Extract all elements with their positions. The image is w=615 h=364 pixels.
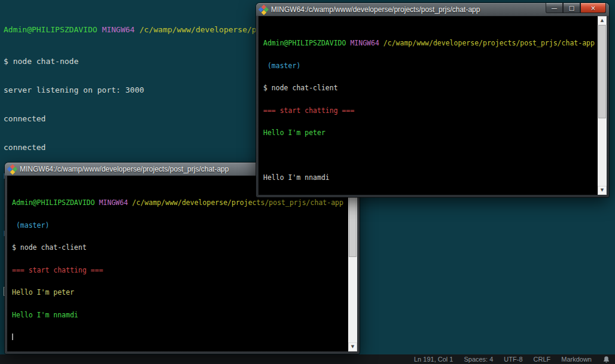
window-titlebar[interactable]: MINGW64:/c/wamp/www/developerse/projects… [258, 3, 607, 16]
mingw-app-icon [8, 165, 17, 174]
scrollbar[interactable]: ▲ ▼ [598, 16, 607, 195]
scrollbar[interactable]: ▲ ▼ [348, 176, 357, 351]
cursor-line [12, 334, 345, 341]
scrollbar-track[interactable] [598, 25, 607, 186]
chat-banner: === start chatting === [12, 267, 345, 274]
prompt-user: Admin@PHILIPSZDAVIDO [4, 25, 98, 34]
message-nnamdi: Hello I'm nnamdi [263, 174, 595, 182]
scroll-down-icon[interactable]: ▼ [598, 186, 607, 195]
mingw-app-icon [259, 5, 268, 14]
prompt-user: Admin@PHILIPSZDAVIDO [263, 39, 346, 47]
window-controls: — □ × [546, 3, 606, 13]
client-command: $ node chat-client [263, 84, 595, 92]
status-indentation[interactable]: Spaces: 4 [464, 356, 493, 363]
chat-client-window-nnamdi[interactable]: MINGW64:/c/wamp/www/developerse/projects… [256, 3, 609, 197]
close-button[interactable]: × [580, 3, 606, 13]
notifications-bell-icon[interactable] [602, 356, 610, 363]
server-connected-line: connected [4, 114, 261, 124]
prompt-host: MINGW64 [350, 39, 379, 47]
status-bar: Ln 191, Col 1 Spaces: 4 UTF-8 CRLF Markd… [0, 354, 615, 364]
scroll-up-icon[interactable]: ▲ [598, 16, 607, 25]
server-prompt-line: Admin@PHILIPSZDAVIDO MINGW64 /c/wamp/www… [4, 25, 261, 35]
message-peter: Hello I'm peter [12, 289, 345, 296]
server-command: $ node chat-node [4, 57, 261, 66]
git-branch-line: (master) [263, 62, 595, 70]
prompt-line: Admin@PHILIPSZDAVIDO MINGW64 /c/wamp/www… [263, 39, 595, 47]
prompt-host: MINGW64 [99, 198, 127, 207]
status-line-col[interactable]: Ln 191, Col 1 [414, 356, 453, 363]
minimize-button[interactable]: — [546, 3, 563, 13]
message-peter: Hello I'm peter [263, 129, 595, 137]
terminal-content[interactable]: Admin@PHILIPSZDAVIDO MINGW64 /c/wamp/www… [7, 176, 357, 351]
prompt-path: /c/wamp/www/developerse/pr [139, 25, 261, 34]
client-command: $ node chat-client [12, 244, 345, 252]
status-language[interactable]: Markdown [561, 356, 592, 363]
scrollbar-thumb[interactable] [598, 25, 606, 118]
terminal-content[interactable]: Admin@PHILIPSZDAVIDO MINGW64 /c/wamp/www… [258, 16, 607, 195]
blank-line [263, 152, 595, 160]
scrollbar-track[interactable] [348, 185, 357, 342]
server-connected-line: connected [4, 143, 261, 152]
scroll-down-icon[interactable]: ▼ [348, 342, 357, 351]
maximize-button[interactable]: □ [563, 3, 580, 13]
prompt-user: Admin@PHILIPSZDAVIDO [12, 198, 95, 207]
prompt-path: /c/wamp/www/developerse/projects/post_pr… [132, 198, 343, 207]
server-listening-line: server listening on port: 3000 [4, 85, 261, 95]
git-branch-line: (master) [12, 222, 345, 230]
status-eol[interactable]: CRLF [534, 356, 551, 363]
message-nnamdi: Hello I'm nnamdi [12, 311, 345, 319]
prompt-line: Admin@PHILIPSZDAVIDO MINGW64 /c/wamp/www… [12, 199, 345, 207]
prompt-host: MINGW64 [102, 25, 135, 34]
status-encoding[interactable]: UTF-8 [504, 356, 522, 363]
window-title: MINGW64:/c/wamp/www/developerse/projects… [271, 5, 543, 14]
terminal-cursor [12, 334, 13, 340]
prompt-path: /c/wamp/www/developerse/projects/post_pr… [383, 39, 595, 47]
chat-banner: === start chatting === [263, 107, 595, 115]
